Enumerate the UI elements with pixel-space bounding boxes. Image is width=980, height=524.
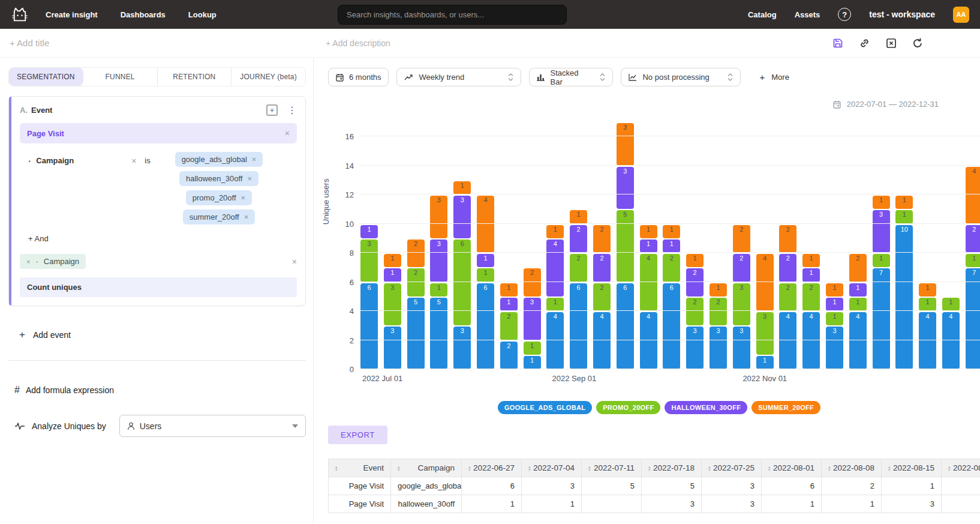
bar-2022-08-22[interactable]: 4141 <box>546 225 564 370</box>
event-card-menu-icon[interactable]: ⋮ <box>287 106 297 115</box>
bar-segment[interactable]: 4 <box>756 254 774 311</box>
bar-segment[interactable]: 3 <box>360 239 378 282</box>
bar-segment[interactable]: 7 <box>873 268 890 369</box>
tab-segmentation[interactable]: SEGMENTATION <box>9 68 83 86</box>
bar-segment[interactable]: 1 <box>453 181 471 194</box>
bar-2022-12-19[interactable]: 41 <box>942 298 960 369</box>
bar-2022-12-26[interactable]: 7124 <box>966 167 980 370</box>
bar-2022-11-21[interactable]: 4112 <box>849 254 867 369</box>
nav-assets[interactable]: Assets <box>795 10 820 19</box>
filter-value-tag[interactable]: google_ads_global× <box>175 152 263 167</box>
bar-2022-11-07[interactable]: 4211 <box>802 254 820 369</box>
trend-select[interactable]: Weekly trend <box>396 68 521 86</box>
bar-segment[interactable]: 3 <box>733 283 750 326</box>
legend-pill[interactable]: PROMO_20OFF <box>596 401 660 414</box>
bar-2022-10-10[interactable]: 321 <box>710 283 727 370</box>
nav-dashboards[interactable]: Dashboards <box>121 10 166 19</box>
bar-segment[interactable]: 3 <box>617 167 634 209</box>
remove-value-icon[interactable]: × <box>252 155 257 164</box>
bar-segment[interactable]: 1 <box>524 342 541 355</box>
bar-segment[interactable]: 4 <box>849 312 867 369</box>
bar-segment[interactable]: 1 <box>360 225 378 238</box>
bar-segment[interactable]: 4 <box>640 254 657 311</box>
bar-segment[interactable]: 1 <box>546 298 564 311</box>
chart-type-select[interactable]: Stacked Bar <box>529 68 613 86</box>
breakdown-tag[interactable]: × · Campaign <box>20 254 86 269</box>
nav-create-insight[interactable]: Create insight <box>46 10 98 19</box>
bar-segment[interactable]: 2 <box>710 298 727 326</box>
bar-2022-09-26[interactable]: 6211 <box>663 225 680 370</box>
legend-pill[interactable]: SUMMER_20OFF <box>751 401 820 414</box>
filter-value-tag[interactable]: summer_20off× <box>183 209 255 224</box>
bar-segment[interactable]: 2 <box>686 268 704 297</box>
bar-segment[interactable]: 4 <box>802 312 820 369</box>
bar-segment[interactable]: 4 <box>942 312 960 369</box>
bar-segment[interactable]: 2 <box>779 254 796 282</box>
bar-segment[interactable]: 1 <box>640 239 657 253</box>
bar-segment[interactable]: 1 <box>663 239 680 253</box>
bar-segment[interactable]: 1 <box>710 283 727 297</box>
legend-pill[interactable]: HALLOWEEN_30OFF <box>665 401 747 414</box>
bar-2022-07-11[interactable]: 522 <box>407 239 425 369</box>
tab-journey[interactable]: JOURNEY (beta) <box>232 68 305 86</box>
add-filter-icon[interactable]: + <box>266 104 278 116</box>
bar-segment[interactable]: 4 <box>546 312 564 369</box>
bar-segment[interactable]: 3 <box>453 196 471 238</box>
copy-link-icon[interactable] <box>858 37 871 49</box>
bar-segment[interactable]: 2 <box>500 342 518 370</box>
bar-segment[interactable]: 2 <box>593 283 611 312</box>
column-header[interactable]: ▴▾2022-07-04 <box>522 459 582 477</box>
bar-segment[interactable]: 1 <box>895 210 913 223</box>
remove-value-icon[interactable]: × <box>244 212 249 221</box>
bar-segment[interactable]: 1 <box>500 298 518 311</box>
search-input[interactable] <box>338 5 567 25</box>
aggregation-selector[interactable]: Count uniques <box>20 277 297 297</box>
bar-2022-09-19[interactable]: 4411 <box>640 225 657 370</box>
bar-segment[interactable]: 1 <box>849 298 867 311</box>
bar-segment[interactable]: 3 <box>384 327 401 369</box>
bar-segment[interactable]: 2 <box>849 254 867 282</box>
bar-2022-09-05[interactable]: 4222 <box>593 225 611 370</box>
bar-2022-10-24[interactable]: 134 <box>756 254 774 369</box>
bar-segment[interactable]: 1 <box>895 196 913 209</box>
bar-segment[interactable]: 1 <box>873 196 890 209</box>
bar-segment[interactable]: 3 <box>873 210 890 253</box>
column-header[interactable]: ▴▾Event <box>329 459 391 477</box>
column-header[interactable]: ▴▾2022-08-08 <box>822 459 882 477</box>
bar-segment[interactable]: 3 <box>524 298 541 340</box>
app-logo-cat-icon[interactable] <box>11 7 29 22</box>
bar-segment[interactable]: 3 <box>756 312 774 355</box>
bar-2022-12-12[interactable]: 411 <box>919 283 936 370</box>
bar-segment[interactable]: 1 <box>477 268 494 282</box>
tab-funnel[interactable]: FUNNEL <box>83 68 158 86</box>
bar-segment[interactable]: 1 <box>802 254 820 267</box>
add-event-button[interactable]: + Add event <box>19 329 306 341</box>
bar-segment[interactable]: 6 <box>663 283 680 370</box>
bar-segment[interactable]: 2 <box>407 239 425 268</box>
nav-catalog[interactable]: Catalog <box>748 10 777 19</box>
column-header[interactable]: ▴▾2022-07-11 <box>582 459 642 477</box>
bar-segment[interactable]: 4 <box>546 239 564 297</box>
bar-segment[interactable]: 1 <box>570 210 587 223</box>
bar-segment[interactable]: 4 <box>966 167 980 224</box>
bar-segment[interactable]: 5 <box>430 298 447 369</box>
column-header[interactable]: ▴▾2022-07-18 <box>642 459 702 477</box>
column-header[interactable]: ▴▾2022-08-15 <box>882 459 942 477</box>
bar-segment[interactable]: 2 <box>802 283 820 312</box>
bar-2022-11-28[interactable]: 7131 <box>873 196 890 369</box>
bar-segment[interactable]: 6 <box>477 283 494 370</box>
bar-2022-12-05[interactable]: 1011 <box>895 196 913 369</box>
user-avatar[interactable]: AA <box>953 7 969 23</box>
bar-segment[interactable]: 2 <box>779 225 796 253</box>
post-processing-select[interactable]: No post processing <box>621 68 741 86</box>
bar-segment[interactable]: 1 <box>686 254 704 267</box>
bar-segment[interactable]: 3 <box>453 327 471 369</box>
bar-segment[interactable]: 2 <box>733 254 750 282</box>
bar-segment[interactable]: 2 <box>524 268 541 297</box>
bar-segment[interactable]: 1 <box>826 312 843 325</box>
bar-2022-07-18[interactable]: 5133 <box>430 196 447 369</box>
bar-segment[interactable]: 3 <box>617 123 634 166</box>
bar-segment[interactable]: 3 <box>826 327 843 369</box>
add-and-condition-button[interactable]: + And <box>9 224 305 243</box>
filter-value-tag[interactable]: halloween_30off× <box>179 171 258 186</box>
